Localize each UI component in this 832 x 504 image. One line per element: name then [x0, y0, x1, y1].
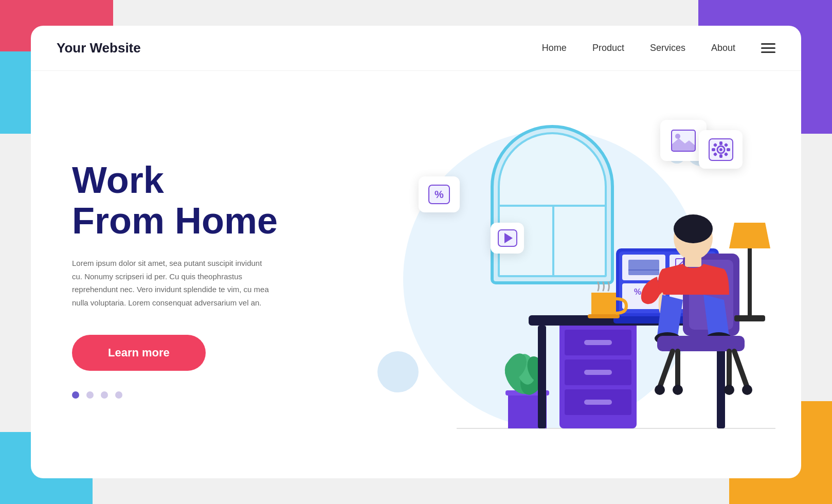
nav-links: Home Product Services About [542, 43, 735, 53]
hamburger-line-3 [761, 51, 775, 53]
svg-point-1 [675, 134, 680, 139]
hamburger-line-1 [761, 43, 775, 45]
nav-link-home[interactable]: Home [542, 43, 567, 53]
nav-link-services[interactable]: Services [650, 43, 685, 53]
svg-point-66 [724, 385, 734, 395]
hero-title-line2: From Home [72, 200, 278, 241]
float-card-play [491, 223, 524, 254]
svg-marker-67 [729, 223, 770, 248]
dot-1[interactable] [72, 391, 79, 399]
play-icon [497, 229, 518, 247]
hamburger-menu[interactable] [761, 43, 775, 53]
bg-circle-small-3 [377, 351, 419, 392]
dot-2[interactable] [86, 391, 94, 399]
svg-point-8 [719, 148, 722, 151]
nav-item-home[interactable]: Home [542, 43, 567, 53]
gear-icon [708, 138, 734, 161]
svg-rect-9 [719, 141, 722, 145]
svg-text:%: % [435, 189, 444, 200]
svg-rect-11 [712, 148, 715, 151]
svg-rect-69 [734, 315, 765, 321]
svg-rect-20 [584, 340, 612, 345]
nav-item-about[interactable]: About [711, 43, 735, 53]
svg-rect-58 [657, 336, 745, 351]
svg-text:%: % [634, 287, 641, 296]
svg-point-65 [742, 385, 752, 395]
svg-rect-24 [584, 400, 612, 405]
nav-item-services[interactable]: Services [650, 43, 685, 53]
svg-rect-12 [727, 148, 730, 151]
logo[interactable]: Your Website [57, 40, 542, 56]
float-card-gear [699, 130, 743, 169]
hamburger-line-2 [761, 47, 775, 49]
illustration: % [347, 104, 758, 454]
main-card: Your Website Home Product Services About [31, 26, 801, 478]
float-card-percent: % [419, 176, 460, 212]
hero-right: % [329, 102, 775, 457]
svg-rect-22 [584, 370, 612, 375]
hero-title: Work From Home [72, 160, 329, 241]
image-icon [671, 129, 696, 152]
dot-4[interactable] [115, 391, 122, 399]
svg-point-64 [673, 385, 683, 395]
nav-item-product[interactable]: Product [592, 43, 624, 53]
learn-more-button[interactable]: Learn more [72, 335, 206, 371]
hero-section: Work From Home Lorem ipsum dolor sit ame… [31, 71, 801, 477]
svg-rect-41 [628, 260, 659, 275]
svg-point-63 [655, 385, 665, 395]
svg-rect-10 [719, 154, 722, 158]
hero-title-line1: Work [72, 159, 164, 201]
hero-left: Work From Home Lorem ipsum dolor sit ame… [72, 160, 329, 399]
svg-rect-50 [588, 314, 620, 318]
svg-rect-49 [591, 293, 616, 316]
svg-rect-55 [685, 257, 701, 267]
hero-description: Lorem ipsum dolor sit amet, sea putant s… [72, 257, 273, 309]
carousel-dots [72, 391, 329, 399]
nav-link-about[interactable]: About [711, 43, 735, 53]
svg-rect-33 [538, 326, 546, 428]
navbar: Your Website Home Product Services About [31, 26, 801, 71]
svg-point-54 [674, 214, 713, 243]
svg-line-59 [660, 351, 673, 387]
nav-link-product[interactable]: Product [592, 43, 624, 53]
dot-3[interactable] [101, 391, 108, 399]
percent-icon: % [428, 184, 450, 205]
svg-line-60 [734, 351, 747, 387]
